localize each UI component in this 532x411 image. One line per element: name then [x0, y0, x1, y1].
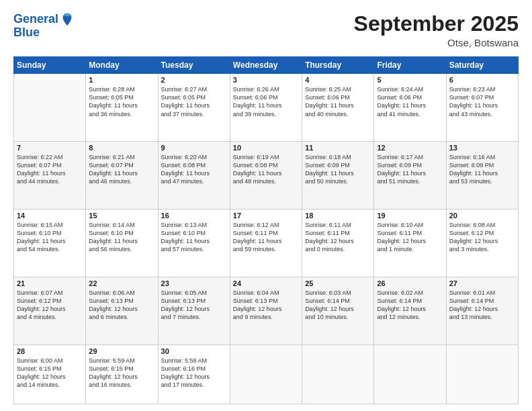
location: Otse, Botswana [354, 37, 519, 48]
day-info: Sunrise: 6:05 AM Sunset: 6:13 PM Dayligh… [161, 289, 227, 322]
day-info: Sunrise: 6:03 AM Sunset: 6:14 PM Dayligh… [305, 289, 371, 322]
table-row [302, 345, 374, 404]
table-row: 30Sunrise: 5:58 AM Sunset: 6:16 PM Dayli… [158, 345, 230, 404]
day-number: 30 [161, 347, 227, 355]
day-info: Sunrise: 6:13 AM Sunset: 6:10 PM Dayligh… [161, 221, 227, 254]
day-number: 11 [305, 144, 371, 152]
table-row: 21Sunrise: 6:07 AM Sunset: 6:12 PM Dayli… [14, 277, 86, 345]
table-row: 24Sunrise: 6:04 AM Sunset: 6:13 PM Dayli… [230, 277, 302, 345]
logo-line2: Blue [13, 26, 75, 40]
day-info: Sunrise: 6:10 AM Sunset: 6:11 PM Dayligh… [377, 221, 443, 254]
day-number: 14 [17, 212, 83, 220]
calendar-header-row: Sunday Monday Tuesday Wednesday Thursday… [14, 57, 519, 74]
table-row: 6Sunrise: 6:23 AM Sunset: 6:07 PM Daylig… [446, 74, 518, 142]
page: General Blue September 2025 Otse, Botswa… [0, 0, 532, 411]
day-number: 24 [233, 279, 299, 287]
table-row: 4Sunrise: 6:25 AM Sunset: 6:06 PM Daylig… [302, 74, 374, 142]
logo: General Blue [13, 12, 75, 40]
table-row: 13Sunrise: 6:16 AM Sunset: 6:09 PM Dayli… [446, 142, 518, 210]
day-number: 23 [161, 279, 227, 287]
day-info: Sunrise: 6:08 AM Sunset: 6:12 PM Dayligh… [449, 221, 515, 254]
day-info: Sunrise: 6:28 AM Sunset: 6:05 PM Dayligh… [89, 85, 154, 118]
calendar-week-row: 21Sunrise: 6:07 AM Sunset: 6:12 PM Dayli… [14, 277, 519, 345]
day-number: 5 [377, 76, 443, 84]
day-number: 9 [161, 144, 227, 152]
month-year: September 2025 [354, 12, 519, 36]
col-tuesday: Tuesday [158, 57, 230, 74]
day-info: Sunrise: 6:27 AM Sunset: 6:05 PM Dayligh… [161, 85, 227, 118]
table-row: 23Sunrise: 6:05 AM Sunset: 6:13 PM Dayli… [158, 277, 230, 345]
day-info: Sunrise: 6:19 AM Sunset: 6:08 PM Dayligh… [233, 153, 299, 186]
day-info: Sunrise: 6:20 AM Sunset: 6:08 PM Dayligh… [161, 153, 227, 186]
day-info: Sunrise: 6:18 AM Sunset: 6:09 PM Dayligh… [305, 153, 371, 186]
table-row: 22Sunrise: 6:06 AM Sunset: 6:13 PM Dayli… [86, 277, 158, 345]
day-number: 27 [449, 279, 515, 287]
table-row: 15Sunrise: 6:14 AM Sunset: 6:10 PM Dayli… [86, 209, 158, 277]
table-row: 27Sunrise: 6:01 AM Sunset: 6:14 PM Dayli… [446, 277, 518, 345]
table-row: 3Sunrise: 6:26 AM Sunset: 6:06 PM Daylig… [230, 74, 302, 142]
day-info: Sunrise: 6:01 AM Sunset: 6:14 PM Dayligh… [449, 289, 515, 322]
calendar-week-row: 7Sunrise: 6:22 AM Sunset: 6:07 PM Daylig… [14, 142, 519, 210]
day-info: Sunrise: 6:07 AM Sunset: 6:12 PM Dayligh… [17, 289, 83, 322]
day-number: 26 [377, 279, 443, 287]
day-info: Sunrise: 6:00 AM Sunset: 6:15 PM Dayligh… [17, 357, 83, 390]
day-info: Sunrise: 6:15 AM Sunset: 6:10 PM Dayligh… [17, 221, 83, 254]
table-row: 11Sunrise: 6:18 AM Sunset: 6:09 PM Dayli… [302, 142, 374, 210]
day-number: 13 [449, 144, 515, 152]
calendar-week-row: 1Sunrise: 6:28 AM Sunset: 6:05 PM Daylig… [14, 74, 519, 142]
day-number: 20 [449, 212, 515, 220]
table-row: 29Sunrise: 5:59 AM Sunset: 6:15 PM Dayli… [86, 345, 158, 404]
day-info: Sunrise: 6:23 AM Sunset: 6:07 PM Dayligh… [449, 85, 515, 118]
day-number: 28 [17, 347, 83, 355]
table-row: 2Sunrise: 6:27 AM Sunset: 6:05 PM Daylig… [158, 74, 230, 142]
day-info: Sunrise: 5:58 AM Sunset: 6:16 PM Dayligh… [161, 357, 227, 390]
day-number: 29 [89, 347, 154, 355]
day-number: 15 [89, 212, 154, 220]
table-row [230, 345, 302, 404]
logo-line1: General [13, 12, 58, 26]
table-row: 25Sunrise: 6:03 AM Sunset: 6:14 PM Dayli… [302, 277, 374, 345]
day-number: 18 [305, 212, 371, 220]
day-number: 16 [161, 212, 227, 220]
table-row: 28Sunrise: 6:00 AM Sunset: 6:15 PM Dayli… [14, 345, 86, 404]
day-info: Sunrise: 6:02 AM Sunset: 6:14 PM Dayligh… [377, 289, 443, 322]
day-info: Sunrise: 6:21 AM Sunset: 6:07 PM Dayligh… [89, 153, 154, 186]
day-info: Sunrise: 6:12 AM Sunset: 6:11 PM Dayligh… [233, 221, 299, 254]
table-row [14, 74, 86, 142]
day-number: 17 [233, 212, 299, 220]
table-row: 12Sunrise: 6:17 AM Sunset: 6:09 PM Dayli… [374, 142, 446, 210]
day-number: 19 [377, 212, 443, 220]
day-number: 4 [305, 76, 371, 84]
day-info: Sunrise: 6:25 AM Sunset: 6:06 PM Dayligh… [305, 85, 371, 118]
day-info: Sunrise: 6:06 AM Sunset: 6:13 PM Dayligh… [89, 289, 154, 322]
col-monday: Monday [86, 57, 158, 74]
day-info: Sunrise: 6:22 AM Sunset: 6:07 PM Dayligh… [17, 153, 83, 186]
day-number: 22 [89, 279, 154, 287]
day-info: Sunrise: 6:04 AM Sunset: 6:13 PM Dayligh… [233, 289, 299, 322]
calendar-week-row: 14Sunrise: 6:15 AM Sunset: 6:10 PM Dayli… [14, 209, 519, 277]
logo-icon [60, 12, 75, 27]
day-info: Sunrise: 6:26 AM Sunset: 6:06 PM Dayligh… [233, 85, 299, 118]
day-number: 7 [17, 144, 83, 152]
col-friday: Friday [374, 57, 446, 74]
day-info: Sunrise: 6:11 AM Sunset: 6:11 PM Dayligh… [305, 221, 371, 254]
table-row: 26Sunrise: 6:02 AM Sunset: 6:14 PM Dayli… [374, 277, 446, 345]
day-info: Sunrise: 6:24 AM Sunset: 6:06 PM Dayligh… [377, 85, 443, 118]
day-info: Sunrise: 6:17 AM Sunset: 6:09 PM Dayligh… [377, 153, 443, 186]
table-row [374, 345, 446, 404]
logo-text: General [13, 13, 58, 26]
day-number: 6 [449, 76, 515, 84]
day-number: 25 [305, 279, 371, 287]
calendar-table: Sunday Monday Tuesday Wednesday Thursday… [13, 56, 519, 404]
day-info: Sunrise: 5:59 AM Sunset: 6:15 PM Dayligh… [89, 357, 154, 390]
table-row: 18Sunrise: 6:11 AM Sunset: 6:11 PM Dayli… [302, 209, 374, 277]
day-number: 12 [377, 144, 443, 152]
calendar-week-row: 28Sunrise: 6:00 AM Sunset: 6:15 PM Dayli… [14, 345, 519, 404]
table-row: 8Sunrise: 6:21 AM Sunset: 6:07 PM Daylig… [86, 142, 158, 210]
table-row: 17Sunrise: 6:12 AM Sunset: 6:11 PM Dayli… [230, 209, 302, 277]
table-row: 20Sunrise: 6:08 AM Sunset: 6:12 PM Dayli… [446, 209, 518, 277]
header: General Blue September 2025 Otse, Botswa… [13, 12, 519, 48]
col-saturday: Saturday [446, 57, 518, 74]
day-info: Sunrise: 6:16 AM Sunset: 6:09 PM Dayligh… [449, 153, 515, 186]
table-row: 7Sunrise: 6:22 AM Sunset: 6:07 PM Daylig… [14, 142, 86, 210]
